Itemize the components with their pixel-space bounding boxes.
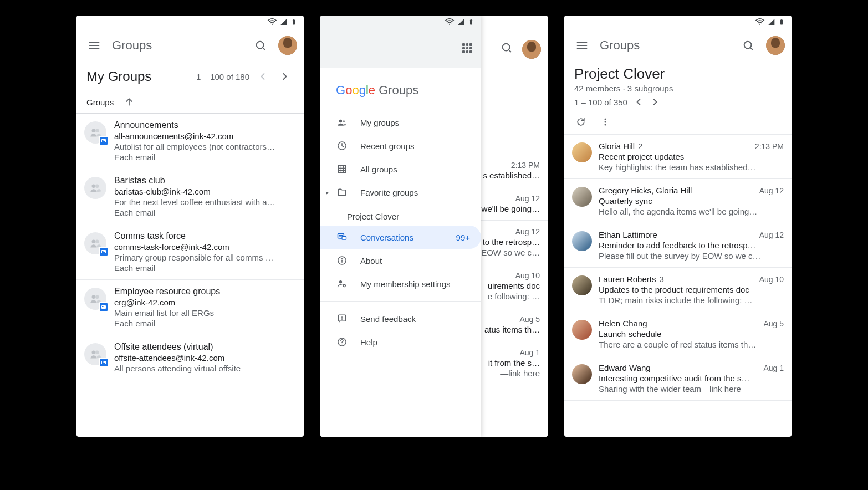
nav-item-about[interactable]: About xyxy=(320,249,481,272)
column-header[interactable]: Groups xyxy=(76,91,304,114)
thread-row[interactable]: Lauren Roberts 3 Aug 10 Updates to the p… xyxy=(564,268,792,312)
group-avatar xyxy=(84,232,106,254)
author-avatar xyxy=(572,275,592,295)
group-avatar xyxy=(84,121,106,144)
group-row[interactable]: Announcements all-announcements@ink-42.c… xyxy=(76,114,304,169)
app-title: Groups xyxy=(112,38,152,53)
author-avatar xyxy=(572,231,592,251)
menu-button[interactable] xyxy=(571,34,593,57)
thread-row[interactable]: Helen Chang Aug 5 Launch schedule There … xyxy=(564,312,792,356)
thread-row-peek[interactable]: Aug 12 to the retrosp… EOW so we c… xyxy=(481,221,548,264)
thread-snippet: Sharing with the wider team—link here xyxy=(599,384,784,394)
pager-next[interactable] xyxy=(276,68,294,85)
thread-snippet: EOW so we c… xyxy=(481,248,540,257)
thread-row-peek[interactable]: Aug 1 it from the s… —link here xyxy=(481,341,548,385)
search-button[interactable] xyxy=(249,34,272,57)
menu-button[interactable] xyxy=(83,34,105,57)
nav-item-help[interactable]: Help xyxy=(320,330,481,354)
pager-prev[interactable] xyxy=(633,96,644,108)
nav-item-my-groups[interactable]: My groups xyxy=(320,111,481,134)
app-bar: Groups xyxy=(76,29,304,62)
thread-subject: Recent project updates xyxy=(599,152,784,161)
hamburger-icon xyxy=(576,39,588,52)
thread-subject: we'll be going… xyxy=(481,204,540,213)
apps-icon[interactable] xyxy=(462,43,472,53)
group-avatar xyxy=(84,343,106,365)
grid-icon xyxy=(336,163,348,175)
drawer-logo: Google Groups xyxy=(320,68,481,111)
thread-subject: Interesting competitive audit from the s… xyxy=(599,374,784,383)
group-name: Offsite attendees (virtual) xyxy=(114,342,295,352)
account-avatar[interactable] xyxy=(766,36,785,55)
hamburger-icon xyxy=(88,39,100,52)
thread-row[interactable]: Ethan Lattimore Aug 12 Reminder to add f… xyxy=(564,223,792,268)
group-name: Announcements xyxy=(114,120,295,130)
org-badge-icon xyxy=(99,247,109,257)
nav-label: About xyxy=(360,256,382,266)
org-badge-icon xyxy=(99,358,109,368)
thread-row-peek[interactable]: Aug 12 we'll be going… xyxy=(481,187,548,221)
account-avatar[interactable] xyxy=(278,36,297,55)
thread-row[interactable]: Gloria Hill 2 2:13 PM Recent project upd… xyxy=(564,135,792,179)
thread-row-peek[interactable]: 2:13 PM s established… xyxy=(481,154,548,187)
account-avatar[interactable] xyxy=(522,40,541,59)
thread-date: Aug 5 xyxy=(763,319,784,328)
thread-subject: to the retrosp… xyxy=(481,237,540,247)
group-row[interactable]: Employee resource groups erg@ink-42.com … xyxy=(76,280,304,335)
screen-my-groups: Groups My Groups 1 – 100 of 180 Groups A… xyxy=(76,16,304,437)
thread-row[interactable]: Gregory Hicks, Gloria Hill Aug 12 Quarte… xyxy=(564,179,792,223)
pager-range: 1 – 100 of 180 xyxy=(196,72,249,81)
group-email: all-announcements@ink-42.com xyxy=(114,131,295,141)
nav-section-project: Project Clover xyxy=(320,204,481,226)
thread-date: Aug 12 xyxy=(759,186,784,195)
nav-item-my-membership-settings[interactable]: My membership settings xyxy=(320,272,481,295)
thread-date: 2:13 PM xyxy=(511,161,540,170)
thread-subject: it from the s… xyxy=(481,358,540,368)
group-desc: All persons attending virtual offsite xyxy=(114,364,295,373)
author-avatar xyxy=(572,187,592,207)
search-button[interactable] xyxy=(737,34,759,57)
thread-row[interactable]: Edward Wang Aug 1 Interesting competitiv… xyxy=(564,356,792,401)
thread-row-peek[interactable]: Aug 5 atus items th… xyxy=(481,308,548,341)
group-subscription: Each email xyxy=(114,319,295,328)
nav-item-favorite-groups[interactable]: Favorite groups xyxy=(320,181,481,204)
group-row[interactable]: Baristas club baristas-club@ink-42.com F… xyxy=(76,169,304,224)
more-vert-icon xyxy=(600,116,611,127)
thread-date: 2:13 PM xyxy=(755,142,784,151)
group-row[interactable]: Comms task force comms-task-force@ink-42… xyxy=(76,224,304,280)
nav-item-all-groups[interactable]: All groups xyxy=(320,157,481,181)
thread-date: Aug 10 xyxy=(515,271,540,280)
thread-subject: Launch schedule xyxy=(599,329,784,339)
nav-item-send-feedback[interactable]: Send feedback xyxy=(320,307,481,330)
thread-date: Aug 1 xyxy=(763,364,784,372)
battery-icon xyxy=(290,17,297,27)
wifi-icon xyxy=(445,17,455,27)
refresh-button[interactable] xyxy=(574,115,588,129)
author-avatar xyxy=(572,142,592,162)
chevron-right-icon xyxy=(650,96,661,108)
group-email: offsite-attendees@ink-42.com xyxy=(114,353,295,363)
more-button[interactable] xyxy=(599,115,612,129)
nav-label: My membership settings xyxy=(360,279,451,289)
status-bar xyxy=(76,16,304,29)
nav-item-recent-groups[interactable]: Recent groups xyxy=(320,134,481,157)
nav-label: All groups xyxy=(360,165,397,174)
pager-prev[interactable] xyxy=(254,68,272,85)
project-title: Project Clover xyxy=(574,65,782,83)
thread-row-peek[interactable]: Aug 10 uirements doc e following: … xyxy=(481,264,548,308)
thread-authors: Lauren Roberts xyxy=(599,274,656,284)
chat-icon xyxy=(336,231,348,243)
group-desc: Autolist for all employees (not contract… xyxy=(114,142,295,151)
nav-item-conversations[interactable]: Conversations 99+ xyxy=(320,226,481,249)
app-bar: Groups xyxy=(564,29,792,62)
pager: 1 – 100 of 350 xyxy=(564,94,792,112)
group-row[interactable]: Offsite attendees (virtual) offsite-atte… xyxy=(76,335,304,380)
navigation-drawer: Google Groups My groups Recent groups Al… xyxy=(320,16,481,437)
search-button[interactable] xyxy=(496,37,518,59)
arrow-up-icon xyxy=(124,96,135,108)
pager-next[interactable] xyxy=(650,96,661,108)
threads-list: Gloria Hill 2 2:13 PM Recent project upd… xyxy=(564,134,792,437)
project-meta: 42 members · 3 subgroups xyxy=(564,83,792,94)
thread-count: 2 xyxy=(638,141,642,151)
thread-authors: Ethan Lattimore xyxy=(599,230,657,239)
